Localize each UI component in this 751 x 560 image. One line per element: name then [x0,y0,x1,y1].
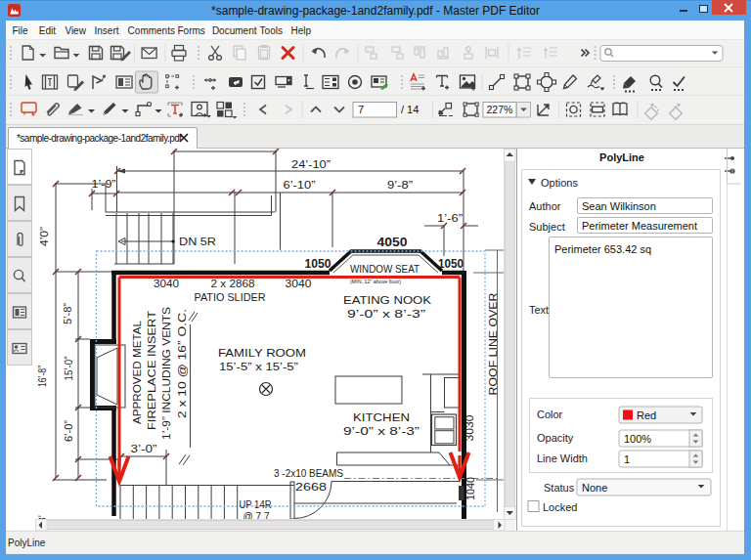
svg-text:7: 7 [358,104,364,115]
svg-text:100%: 100% [624,433,651,445]
svg-text:227%: 227% [487,104,513,115]
svg-text:1: 1 [624,453,630,465]
svg-text:/ 14: / 14 [401,104,419,115]
svg-text:None: None [582,482,607,494]
svg-text:Red: Red [637,409,656,421]
